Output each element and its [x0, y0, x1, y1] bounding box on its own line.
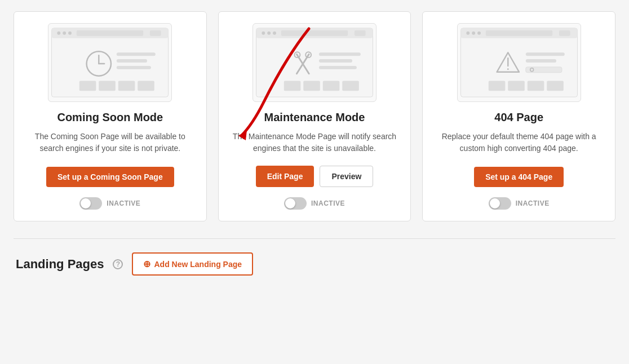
svg-point-40	[477, 32, 481, 35]
404-desc: Replace your default theme 404 page with…	[434, 131, 604, 156]
404-toggle-row: INACTIVE	[489, 197, 550, 210]
svg-rect-41	[486, 30, 552, 36]
maintenance-status: INACTIVE	[311, 199, 345, 207]
404-status: INACTIVE	[516, 199, 550, 207]
svg-rect-34	[323, 81, 340, 91]
svg-rect-16	[138, 81, 155, 91]
svg-point-4	[68, 32, 72, 35]
svg-rect-14	[99, 81, 116, 91]
404-card: 404 Page Replace your default theme 404 …	[422, 11, 615, 221]
svg-rect-6	[150, 30, 161, 36]
404-title: 404 Page	[494, 111, 543, 124]
svg-rect-23	[281, 30, 348, 36]
svg-rect-29	[319, 52, 361, 56]
svg-rect-35	[342, 81, 359, 91]
svg-rect-33	[303, 81, 320, 91]
coming-soon-buttons: Set up a Coming Soon Page	[46, 167, 174, 187]
svg-point-2	[57, 32, 61, 35]
coming-soon-title: Coming Soon Mode	[57, 111, 163, 124]
maintenance-title: Maintenance Mode	[264, 111, 365, 124]
svg-rect-31	[319, 66, 357, 69]
svg-point-20	[262, 32, 265, 35]
svg-rect-51	[508, 81, 525, 91]
svg-rect-5	[77, 30, 143, 36]
svg-rect-53	[547, 81, 564, 91]
coming-soon-toggle-row: INACTIVE	[79, 197, 140, 210]
svg-rect-46	[526, 52, 565, 56]
svg-point-22	[273, 32, 276, 35]
help-icon[interactable]: ?	[113, 259, 123, 269]
svg-rect-42	[559, 30, 570, 36]
404-buttons: Set up a 404 Page	[474, 167, 564, 187]
add-landing-page-button[interactable]: ⊕ Add New Landing Page	[132, 252, 253, 276]
svg-point-38	[466, 32, 469, 35]
svg-rect-15	[118, 81, 135, 91]
coming-soon-desc: The Coming Soon Page will be available t…	[25, 131, 195, 156]
svg-point-39	[472, 32, 475, 35]
svg-rect-24	[355, 30, 366, 36]
svg-rect-47	[526, 59, 556, 63]
svg-rect-12	[117, 66, 151, 69]
svg-rect-30	[319, 59, 352, 63]
404-setup-button[interactable]: Set up a 404 Page	[474, 167, 564, 187]
svg-rect-11	[117, 59, 147, 63]
svg-point-3	[63, 32, 67, 35]
coming-soon-card: Coming Soon Mode The Coming Soon Page wi…	[14, 11, 207, 221]
landing-pages-title: Landing Pages	[16, 257, 104, 272]
maintenance-edit-button[interactable]: Edit Page	[256, 166, 314, 187]
maintenance-toggle-row: INACTIVE	[284, 197, 345, 210]
svg-rect-32	[284, 81, 301, 91]
404-toggle[interactable]	[489, 197, 511, 210]
section-divider	[14, 238, 615, 239]
svg-point-21	[267, 32, 271, 35]
maintenance-buttons: Edit Page Preview	[256, 166, 374, 187]
maintenance-desc: The Maintenance Mode Page will notify se…	[230, 131, 400, 154]
coming-soon-illustration	[48, 23, 172, 102]
maintenance-card: Maintenance Mode The Maintenance Mode Pa…	[218, 11, 411, 221]
maintenance-preview-button[interactable]: Preview	[320, 166, 373, 187]
coming-soon-status: INACTIVE	[107, 199, 140, 207]
maintenance-illustration	[253, 23, 376, 102]
add-landing-page-label: Add New Landing Page	[154, 260, 242, 269]
svg-rect-50	[488, 81, 505, 91]
cards-row: Coming Soon Mode The Coming Soon Page wi…	[14, 11, 615, 221]
maintenance-toggle[interactable]	[284, 197, 307, 210]
svg-rect-52	[527, 81, 544, 91]
coming-soon-setup-button[interactable]: Set up a Coming Soon Page	[46, 167, 174, 187]
add-icon: ⊕	[143, 259, 150, 269]
coming-soon-toggle[interactable]	[79, 197, 102, 210]
svg-point-45	[507, 68, 508, 70]
404-illustration	[457, 23, 581, 102]
svg-rect-13	[79, 81, 96, 91]
svg-rect-10	[117, 52, 156, 56]
landing-pages-section: Landing Pages ? ⊕ Add New Landing Page	[14, 252, 615, 276]
